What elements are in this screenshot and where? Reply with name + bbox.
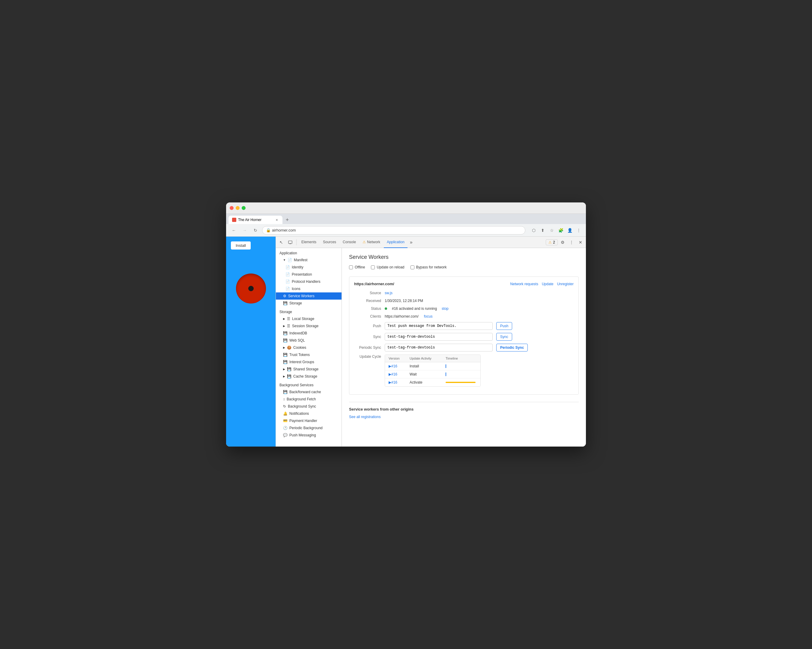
sidebar-item-push-messaging[interactable]: 💬 Push Messaging	[276, 432, 342, 439]
source-file-link[interactable]: sw.js	[385, 291, 392, 295]
cast-icon[interactable]: ⬡	[530, 227, 537, 234]
sidebar-item-back-forward-cache[interactable]: 💾 Back/forward cache	[276, 388, 342, 396]
sidebar-item-payment-handler[interactable]: 💳 Payment Handler	[276, 417, 342, 425]
bookmark-icon[interactable]: ☆	[548, 227, 555, 234]
cookies-icon: 🍪	[287, 345, 292, 350]
sidebar-item-label-indexeddb: IndexedDB	[289, 331, 307, 335]
close-button[interactable]	[230, 206, 234, 210]
update-on-reload-checkbox-label[interactable]: Update on reload	[371, 265, 404, 269]
status-row: Status #16 activated and is running stop	[354, 307, 574, 311]
see-all-registrations-link[interactable]: See all registrations	[349, 415, 380, 419]
minimize-button[interactable]	[236, 206, 240, 210]
tab-more-button[interactable]: »	[408, 237, 414, 248]
sidebar-item-storage-app[interactable]: 💾 Storage	[276, 299, 342, 307]
extension-icon[interactable]: 🧩	[557, 227, 564, 234]
sidebar-item-identity[interactable]: 📄 Identity	[276, 264, 342, 271]
sidebar-item-indexeddb[interactable]: 💾 IndexedDB	[276, 330, 342, 337]
tab-sources[interactable]: Sources	[320, 237, 339, 248]
periodic-sync-button[interactable]: Periodic Sync	[496, 344, 528, 351]
sidebar-item-cookies[interactable]: ▶ 🍪 Cookies	[276, 344, 342, 351]
sidebar-item-background-fetch[interactable]: ↕ Background Fetch	[276, 396, 342, 403]
push-messaging-icon: 💬	[283, 433, 288, 437]
sidebar-item-label-interest-groups: Interest Groups	[289, 360, 314, 364]
sync-input[interactable]	[385, 333, 493, 341]
devtools-more-button[interactable]: ⋮	[567, 238, 576, 246]
bypass-for-network-checkbox-label[interactable]: Bypass for network	[411, 265, 447, 269]
sync-button[interactable]: Sync	[496, 333, 512, 341]
sidebar-item-notifications[interactable]: 🔔 Notifications	[276, 410, 342, 417]
update-on-reload-checkbox[interactable]	[371, 266, 375, 269]
devtools-body: Application ▼ 📄 Manifest 📄 Identity 📄 Pr…	[276, 248, 586, 447]
focus-link[interactable]: focus	[424, 314, 433, 319]
sidebar-item-service-workers[interactable]: ⚙ Service Workers	[276, 292, 342, 299]
sidebar-item-label-periodic-background: Periodic Background	[289, 426, 323, 430]
sidebar-item-protocol-handlers[interactable]: 📄 Protocol Handlers	[276, 278, 342, 285]
update-on-reload-label: Update on reload	[377, 265, 404, 269]
tab-close-button[interactable]: ✕	[275, 218, 279, 222]
storage-section-title: Storage	[276, 307, 342, 315]
maximize-button[interactable]	[242, 206, 246, 210]
profile-icon[interactable]: 👤	[566, 227, 573, 234]
horn-circle	[236, 273, 266, 304]
checkboxes-row: Offline Update on reload Bypass for netw…	[349, 265, 579, 269]
sidebar-item-web-sql[interactable]: 💾 Web SQL	[276, 337, 342, 344]
push-input[interactable]	[385, 322, 493, 330]
uc-version-wait[interactable]: ▶#16	[389, 372, 410, 376]
menu-icon[interactable]: ⋮	[575, 227, 582, 234]
bypass-for-network-label: Bypass for network	[416, 265, 447, 269]
uc-row-wait: ▶#16 Wait	[385, 370, 480, 379]
update-link[interactable]: Update	[542, 282, 554, 286]
sidebar-item-label-local-storage: Local Storage	[292, 317, 314, 321]
sidebar-item-background-sync[interactable]: ↻ Background Sync	[276, 403, 342, 410]
back-button[interactable]: ←	[230, 226, 238, 235]
device-toggle-button[interactable]	[286, 238, 295, 246]
browser-tab-airhorner[interactable]: The Air Horner ✕	[229, 215, 282, 224]
devtools-right-tools: ⚠ 2 ⚙ ⋮ ✕	[546, 238, 585, 246]
address-input[interactable]: 🔒 airhorner.com	[262, 226, 525, 235]
uc-version-activate[interactable]: ▶#16	[389, 380, 410, 385]
uc-version-install[interactable]: ▶#16	[389, 364, 410, 368]
share-icon[interactable]: ⬆	[539, 227, 546, 234]
received-label: Received	[354, 299, 381, 303]
tab-network[interactable]: ⚠ Network	[360, 237, 383, 248]
trust-tokens-icon: 💾	[283, 353, 288, 357]
settings-button[interactable]: ⚙	[558, 238, 567, 246]
browser-window: The Air Horner ✕ + ← → ↻ 🔒 airhorner.com…	[226, 202, 586, 447]
sidebar-item-icons[interactable]: 📄 Icons	[276, 285, 342, 292]
local-storage-arrow-icon: ▶	[283, 317, 285, 320]
sidebar-item-trust-tokens[interactable]: 💾 Trust Tokens	[276, 351, 342, 358]
uc-col-version-header: Version	[389, 357, 410, 360]
sidebar-item-presentation[interactable]: 📄 Presentation	[276, 271, 342, 278]
install-button[interactable]: Install	[231, 241, 251, 249]
uc-activity-activate: Activate	[410, 380, 446, 385]
sidebar-item-periodic-background[interactable]: 🕐 Periodic Background	[276, 425, 342, 432]
tab-application[interactable]: Application	[384, 237, 408, 248]
sidebar-item-manifest[interactable]: ▼ 📄 Manifest	[276, 257, 342, 264]
local-storage-icon: ☰	[287, 317, 290, 321]
periodic-sync-input[interactable]	[385, 344, 493, 351]
sidebar-item-session-storage[interactable]: ▶ ☰ Session Storage	[276, 322, 342, 330]
sidebar-item-interest-groups[interactable]: 💾 Interest Groups	[276, 358, 342, 366]
unregister-link[interactable]: Unregister	[557, 282, 574, 286]
bypass-for-network-checkbox[interactable]	[411, 266, 414, 269]
new-tab-button[interactable]: +	[283, 215, 292, 224]
update-cycle-label: Update Cycle	[354, 354, 381, 359]
network-requests-link[interactable]: Network requests	[510, 282, 538, 286]
offline-checkbox[interactable]	[349, 266, 353, 269]
uc-row-activate: ▶#16 Activate	[385, 379, 480, 386]
devtools-close-button[interactable]: ✕	[576, 238, 585, 246]
uc-timeline-wait	[446, 373, 477, 376]
reload-button[interactable]: ↻	[251, 226, 259, 235]
offline-checkbox-label[interactable]: Offline	[349, 265, 365, 269]
push-button[interactable]: Push	[496, 322, 512, 330]
tab-console[interactable]: Console	[340, 237, 359, 248]
forward-button[interactable]: →	[241, 226, 249, 235]
tab-elements[interactable]: Elements	[298, 237, 319, 248]
stop-link[interactable]: stop	[442, 307, 449, 311]
sidebar-item-cache-storage[interactable]: ▶ 💾 Cache Storage	[276, 373, 342, 380]
sidebar-item-shared-storage[interactable]: ▶ 💾 Shared Storage	[276, 366, 342, 373]
uc-timeline-activate	[446, 382, 477, 383]
sidebar-item-local-storage[interactable]: ▶ ☰ Local Storage	[276, 315, 342, 322]
inspect-element-button[interactable]: ↖	[277, 238, 285, 246]
sidebar-item-label-cookies: Cookies	[293, 345, 306, 350]
